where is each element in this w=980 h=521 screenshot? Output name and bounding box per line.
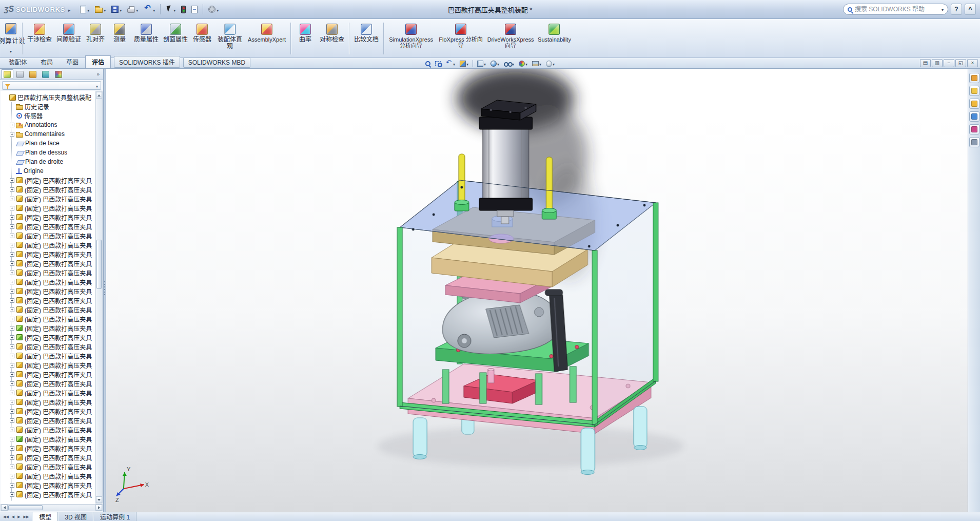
- tab-layout[interactable]: 布局: [34, 55, 60, 68]
- search-dropdown-arrow-icon[interactable]: [942, 6, 944, 13]
- view-orientation-button[interactable]: [475, 59, 488, 68]
- previous-view-button[interactable]: [444, 59, 457, 68]
- apply-scene-button[interactable]: [530, 59, 543, 68]
- expand-icon[interactable]: [10, 354, 14, 358]
- displaymanager-tab[interactable]: [52, 69, 65, 79]
- scrollbar-thumb[interactable]: [8, 505, 43, 510]
- view-settings-button[interactable]: [544, 59, 557, 68]
- expand-icon[interactable]: [10, 437, 14, 441]
- tree-item-right-plane[interactable]: Plan de droite: [2, 157, 94, 166]
- new-document-button[interactable]: [77, 3, 92, 16]
- expand-icon[interactable]: [10, 178, 14, 183]
- edit-appearance-button[interactable]: [517, 59, 530, 68]
- tree-item-fixed-component[interactable]: (固定) 巴西款打高压夹具: [2, 296, 94, 305]
- scroll-right-button[interactable]: [95, 505, 102, 511]
- tree-item-fixed-component[interactable]: (固定) 巴西款打高压夹具: [2, 351, 94, 360]
- tree-item-fixed-component[interactable]: (固定) 巴西款打高压夹具: [2, 471, 94, 480]
- zoom-to-area-button[interactable]: [433, 59, 443, 68]
- assembly-xpert-button[interactable]: AssemblyXpert: [246, 21, 288, 56]
- file-explorer-button[interactable]: [969, 99, 979, 109]
- expand-icon[interactable]: [10, 400, 14, 404]
- tree-item-annotations-folder[interactable]: Annotations: [2, 120, 94, 129]
- expand-icon[interactable]: [10, 428, 14, 432]
- cascade-windows-button[interactable]: ▤: [920, 59, 931, 67]
- tree-item-fixed-component[interactable]: (固定) 巴西款打高压夹具: [2, 277, 94, 286]
- tree-item-fixed-component[interactable]: (固定) 巴西款打高压夹具: [2, 203, 94, 213]
- expand-icon[interactable]: [10, 446, 14, 451]
- expand-icon[interactable]: [10, 391, 14, 395]
- hide-show-items-button[interactable]: [502, 59, 516, 68]
- expand-icon[interactable]: [10, 252, 14, 257]
- sustainability-button[interactable]: Sustainability: [536, 21, 573, 56]
- assembly-visualization-button[interactable]: 装配体直观: [214, 21, 245, 56]
- expand-icon[interactable]: [10, 132, 14, 137]
- study-nav-button[interactable]: ◀◀: [2, 512, 10, 521]
- expand-icon[interactable]: [10, 465, 14, 469]
- curvature-button[interactable]: 曲率: [293, 21, 317, 56]
- open-document-button[interactable]: [92, 3, 108, 16]
- tree-item-fixed-component[interactable]: (固定) 巴西款打高压夹具: [2, 323, 94, 333]
- tree-vertical-scrollbar[interactable]: [95, 91, 103, 504]
- appearances-scenes-button[interactable]: [969, 124, 979, 134]
- tree-item-fixed-component[interactable]: (固定) 巴西款打高压夹具: [2, 305, 94, 314]
- tree-item-history-folder[interactable]: 历史记录: [2, 102, 94, 111]
- tree-item-fixed-component[interactable]: (固定) 巴西款打高压夹具: [2, 259, 94, 268]
- configurationmanager-tab[interactable]: [27, 69, 39, 79]
- expand-icon[interactable]: [10, 418, 14, 423]
- tree-item-fixed-component[interactable]: (固定) 巴西款打高压夹具: [2, 425, 94, 434]
- restore-window-button[interactable]: ◱: [955, 59, 966, 67]
- study-nav-button[interactable]: ▶▶: [22, 512, 31, 521]
- tab-assembly[interactable]: 装配体: [2, 55, 34, 68]
- tree-item-fixed-component[interactable]: (固定) 巴西款打高压夹具: [2, 462, 94, 471]
- design-library-button[interactable]: [969, 86, 979, 96]
- graphics-area[interactable]: X Y Z: [106, 69, 968, 512]
- zoom-to-fit-button[interactable]: [423, 59, 433, 68]
- expand-icon[interactable]: [10, 335, 14, 340]
- tree-item-fixed-component[interactable]: (固定) 巴西款打高压夹具: [2, 416, 94, 425]
- collapse-ribbon-button[interactable]: ^: [965, 4, 976, 15]
- print-document-button[interactable]: [125, 3, 141, 16]
- tree-item-fixed-component[interactable]: (固定) 巴西款打高压夹具: [2, 407, 94, 416]
- solidworks-logo[interactable]: ʒS SOLIDWORKS ▸: [4, 5, 70, 14]
- expand-icon[interactable]: [10, 206, 14, 210]
- display-style-button[interactable]: [488, 59, 501, 68]
- compare-documents-button[interactable]: 比较文档: [352, 21, 381, 56]
- file-properties-button[interactable]: [189, 3, 200, 16]
- tab-model[interactable]: 模型: [32, 512, 58, 521]
- scroll-down-button[interactable]: [96, 496, 102, 503]
- expand-icon[interactable]: [10, 326, 14, 331]
- custom-properties-button[interactable]: [969, 137, 979, 147]
- expand-icon[interactable]: [10, 261, 14, 266]
- expand-icon[interactable]: [10, 280, 14, 284]
- tree-horizontal-scrollbar[interactable]: [1, 504, 103, 511]
- expand-icon[interactable]: [10, 271, 14, 275]
- section-view-button[interactable]: [458, 59, 471, 68]
- tab-3d-views[interactable]: 3D 视图: [58, 512, 93, 521]
- hole-alignment-button[interactable]: 孔对齐: [84, 21, 107, 56]
- tree-item-fixed-component[interactable]: (固定) 巴西款打高压夹具: [2, 360, 94, 370]
- tree-item-fixed-component[interactable]: (固定) 巴西款打高压夹具: [2, 434, 94, 443]
- design-study-button[interactable]: 设计算例: [2, 21, 19, 56]
- symmetry-check-button[interactable]: 对称检查: [318, 21, 346, 56]
- tree-item-fixed-component[interactable]: (固定) 巴西款打高压夹具: [2, 480, 94, 490]
- panel-more-button[interactable]: »: [96, 71, 102, 77]
- expand-icon[interactable]: [10, 372, 14, 377]
- scroll-left-button[interactable]: [1, 505, 8, 511]
- expand-icon[interactable]: [10, 381, 14, 386]
- floxpress-wizard-button[interactable]: FloXpress 分析向导: [436, 21, 485, 56]
- expand-icon[interactable]: [10, 474, 14, 478]
- tree-item-fixed-component[interactable]: (固定) 巴西款打高压夹具: [2, 397, 94, 407]
- search-input[interactable]: [855, 6, 939, 13]
- tree-item-comments-folder[interactable]: Commentaires: [2, 129, 94, 139]
- tree-item-fixed-component[interactable]: (固定) 巴西款打高压夹具: [2, 342, 94, 351]
- driveworksxpress-wizard-button[interactable]: DriveWorksXpress 向导: [486, 21, 535, 56]
- featuremanager-tab[interactable]: [1, 69, 13, 79]
- expand-icon[interactable]: [10, 215, 14, 220]
- rebuild-button[interactable]: [179, 3, 188, 16]
- close-window-button[interactable]: ×: [967, 59, 978, 67]
- sensors-button[interactable]: 传感器: [190, 21, 214, 56]
- study-nav-button[interactable]: ◀: [10, 512, 16, 521]
- tree-item-fixed-component[interactable]: (固定) 巴西款打高压夹具: [2, 194, 94, 203]
- expand-icon[interactable]: [10, 187, 14, 192]
- tab-solidworks-addins[interactable]: SOLIDWORKS 插件: [114, 56, 180, 68]
